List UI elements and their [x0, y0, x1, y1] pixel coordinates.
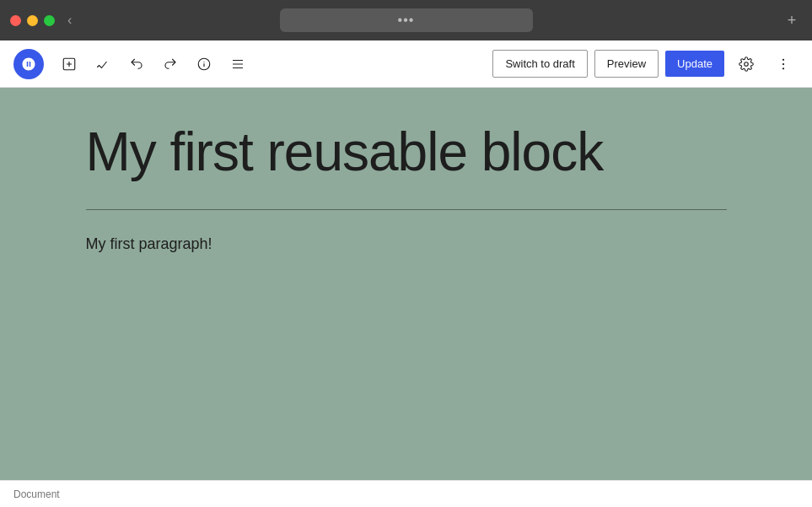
- settings-button[interactable]: [731, 49, 761, 79]
- traffic-lights: [10, 15, 55, 26]
- traffic-light-maximize[interactable]: [44, 15, 55, 26]
- more-options-button[interactable]: [768, 49, 799, 79]
- tools-button[interactable]: [88, 49, 118, 79]
- separator: [86, 209, 727, 210]
- wordpress-logo[interactable]: [13, 49, 44, 79]
- address-bar-dots: •••: [398, 13, 415, 28]
- toolbar-right: Switch to draft Preview Update: [492, 49, 799, 79]
- list-view-button[interactable]: [223, 49, 253, 79]
- title-bar: ‹ ••• +: [0, 0, 812, 40]
- svg-point-3: [782, 58, 784, 60]
- update-button[interactable]: Update: [665, 51, 724, 77]
- svg-point-2: [745, 62, 749, 66]
- switch-to-draft-button[interactable]: Switch to draft: [492, 50, 587, 78]
- bottom-bar: Document: [0, 480, 812, 507]
- paragraph-block[interactable]: My first paragraph!: [86, 235, 727, 253]
- traffic-light-minimize[interactable]: [27, 15, 38, 26]
- new-tab-button[interactable]: +: [782, 10, 802, 30]
- editor-content: My first reusable block My first paragra…: [2, 88, 811, 287]
- traffic-light-close[interactable]: [10, 15, 21, 26]
- info-button[interactable]: [189, 49, 219, 79]
- preview-button[interactable]: Preview: [594, 50, 659, 78]
- undo-button[interactable]: [121, 49, 152, 79]
- redo-button[interactable]: [155, 49, 186, 79]
- editor-area[interactable]: My first reusable block My first paragra…: [0, 88, 812, 480]
- post-title[interactable]: My first reusable block: [86, 121, 727, 184]
- svg-point-5: [782, 67, 784, 69]
- address-bar[interactable]: •••: [280, 8, 533, 32]
- toolbar: Switch to draft Preview Update: [0, 40, 812, 88]
- svg-point-4: [782, 62, 784, 64]
- add-block-button[interactable]: [54, 49, 84, 79]
- bottom-bar-label: Document: [13, 488, 60, 500]
- nav-back-button[interactable]: ‹: [67, 13, 72, 28]
